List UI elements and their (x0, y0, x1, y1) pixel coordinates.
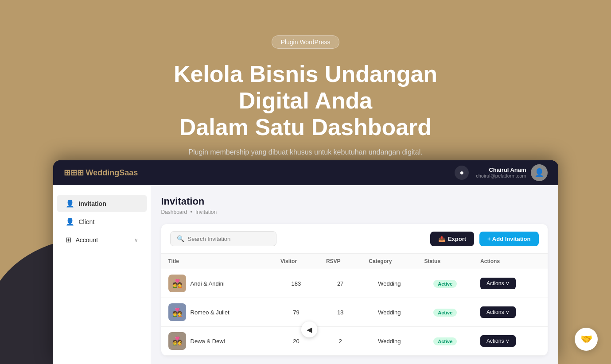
page-title: Invitation (161, 196, 548, 207)
dashboard-body: 👤 Invitation 👤 Client ⊞ Account ∨ Invita… (53, 185, 558, 364)
cell-visitor-0: 183 (273, 269, 319, 298)
cell-actions-2: Actions ∨ (473, 327, 547, 356)
sidebar-label-account: Account (76, 236, 98, 244)
dashboard-topbar: ⊞⊞⊞ WeddingSaas ● Chairul Anam choirul@p… (53, 160, 558, 185)
cell-status-2: Active (417, 327, 473, 356)
hero-subtitle: Plugin membership yang dibuat khusus unt… (188, 148, 422, 156)
search-input[interactable] (188, 236, 270, 242)
hi-icon: 🤝 (580, 333, 592, 345)
dashboard-logo: ⊞⊞⊞ WeddingSaas (64, 168, 455, 178)
main-content: Invitation Dashboard • Invitation 🔍 (151, 185, 558, 364)
sidebar-item-account[interactable]: ⊞ Account ∨ (57, 231, 147, 248)
theme-toggle[interactable]: ● (455, 166, 469, 180)
cell-title-2: 💑 Dewa & Dewi (161, 327, 273, 356)
cell-category-1: Wedding (362, 298, 417, 327)
export-label: Export (448, 236, 466, 242)
table-card: 🔍 📤 Export + Add Invitation (161, 224, 548, 356)
status-badge-0: Active (433, 280, 457, 288)
row-thumbnail-2: 💑 (168, 332, 186, 350)
cell-actions-0: Actions ∨ (473, 269, 547, 298)
table-row: 💑 Andi & Andini 183 27 Wedding Active Ac… (161, 269, 548, 298)
row-title-text-1: Romeo & Juliet (191, 309, 230, 316)
hi-widget[interactable]: 🤝 (575, 328, 598, 351)
status-badge-1: Active (433, 309, 457, 317)
status-badge-2: Active (433, 337, 457, 345)
search-icon: 🔍 (177, 235, 184, 242)
client-icon: 👤 (66, 217, 74, 226)
col-title: Title (161, 254, 273, 269)
user-info: Chairul Anam choirul@pelatform.com (476, 167, 526, 178)
col-actions: Actions (473, 254, 547, 269)
export-icon: 📤 (438, 236, 445, 242)
invitation-icon: 👤 (66, 199, 74, 208)
table-row: 💑 Dewa & Dewi 20 2 Wedding Active Action… (161, 327, 548, 356)
scroll-left-button[interactable]: ◀ (301, 321, 317, 337)
col-rsvp: RSVP (319, 254, 362, 269)
actions-button-1[interactable]: Actions ∨ (480, 306, 516, 318)
sidebar-label-client: Client (79, 218, 95, 225)
cell-actions-1: Actions ∨ (473, 298, 547, 327)
logo-text: WeddingSaas (86, 168, 138, 177)
breadcrumb-current: Invitation (195, 209, 217, 215)
hero-title-line1: Kelola Bisnis Undangan Digital Anda (174, 61, 437, 113)
sidebar-label-invitation: Invitation (79, 200, 106, 207)
search-box[interactable]: 🔍 (170, 231, 276, 246)
row-thumbnail-0: 💑 (168, 275, 186, 292)
table-toolbar: 🔍 📤 Export + Add Invitation (161, 224, 548, 253)
chevron-down-icon: ∨ (134, 237, 138, 243)
breadcrumb-separator: • (191, 209, 192, 215)
actions-button-2[interactable]: Actions ∨ (480, 335, 516, 347)
badge-label: Plugin WordPress (281, 39, 331, 46)
chevron-down-icon: ∨ (506, 338, 510, 344)
breadcrumb: Dashboard • Invitation (161, 209, 548, 215)
user-email: choirul@pelatform.com (476, 173, 526, 178)
sidebar-item-client[interactable]: 👤 Client (57, 213, 147, 230)
cell-category-0: Wedding (362, 269, 417, 298)
invitations-table: Title Visitor RSVP Category Status Actio… (161, 253, 548, 356)
cell-status-1: Active (417, 298, 473, 327)
export-button[interactable]: 📤 Export (430, 232, 474, 246)
hero-section: Plugin WordPress Kelola Bisnis Undangan … (0, 0, 611, 364)
avatar: 👤 (531, 164, 548, 181)
user-section: Chairul Anam choirul@pelatform.com 👤 (476, 164, 547, 181)
row-thumbnail-1: 💑 (168, 303, 186, 321)
hero-title: Kelola Bisnis Undangan Digital Anda Dala… (151, 61, 461, 140)
col-status: Status (417, 254, 473, 269)
dashboard-window: ⊞⊞⊞ WeddingSaas ● Chairul Anam choirul@p… (53, 160, 558, 364)
cell-category-2: Wedding (362, 327, 417, 356)
cell-title-1: 💑 Romeo & Juliet (161, 298, 273, 327)
row-title-text-0: Andi & Andini (191, 280, 225, 287)
add-label: + Add Invitation (487, 236, 530, 242)
cell-rsvp-0: 27 (319, 269, 362, 298)
actions-button-0[interactable]: Actions ∨ (480, 278, 516, 289)
account-icon: ⊞ (66, 236, 71, 244)
cell-title-0: 💑 Andi & Andini (161, 269, 273, 298)
sidebar: 👤 Invitation 👤 Client ⊞ Account ∨ (53, 185, 151, 364)
chevron-down-icon: ∨ (506, 309, 510, 315)
col-category: Category (362, 254, 417, 269)
col-visitor: Visitor (273, 254, 319, 269)
table-row: 💑 Romeo & Juliet 79 13 Wedding Active Ac… (161, 298, 548, 327)
plugin-badge: Plugin WordPress (272, 35, 340, 49)
breadcrumb-home: Dashboard (161, 209, 187, 215)
hero-title-line2: Dalam Satu Dashboard (179, 114, 432, 140)
cell-rsvp-2: 2 (319, 327, 362, 356)
user-name: Chairul Anam (476, 167, 526, 173)
add-invitation-button[interactable]: + Add Invitation (479, 232, 538, 246)
chevron-down-icon: ∨ (506, 280, 510, 287)
cell-rsvp-1: 13 (319, 298, 362, 327)
cell-status-0: Active (417, 269, 473, 298)
row-title-text-2: Dewa & Dewi (191, 338, 225, 345)
sidebar-item-invitation[interactable]: 👤 Invitation (57, 195, 147, 212)
